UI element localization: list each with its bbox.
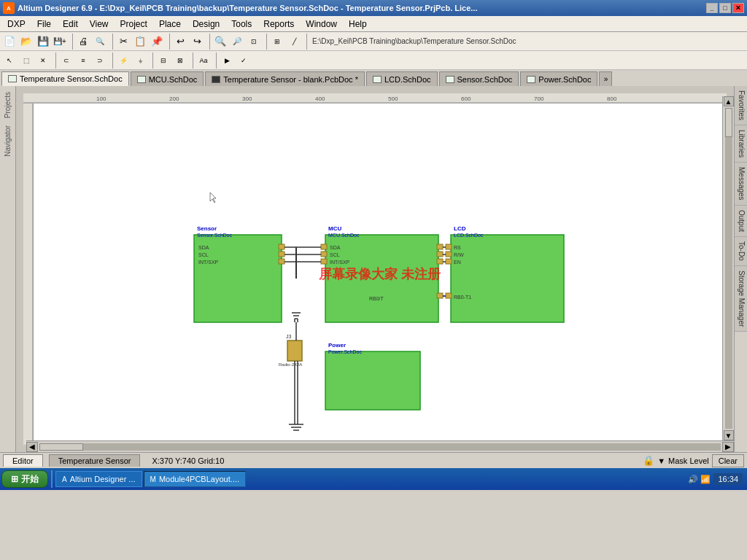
scroll-right[interactable]: ▶ bbox=[722, 442, 734, 452]
tb-copy[interactable]: 📋 bbox=[132, 34, 148, 50]
menu-dxp[interactable]: DXP bbox=[1, 16, 31, 31]
scroll-thumb-h[interactable] bbox=[39, 443, 83, 451]
menu-design[interactable]: Design bbox=[187, 16, 225, 31]
tb2-bus[interactable]: ≡ bbox=[75, 52, 91, 69]
tab-temperature-blank-pcbdoc[interactable]: Temperature Sensor - blank.PcbDoc * bbox=[205, 71, 365, 86]
tb-zoom-fit[interactable]: ⊡ bbox=[246, 34, 262, 50]
tb-paste[interactable]: 📌 bbox=[149, 34, 165, 50]
tab-icon-pcb bbox=[212, 76, 220, 83]
tb-undo[interactable]: ↩ bbox=[172, 34, 188, 50]
left-panel-navigator[interactable]: Navigator bbox=[2, 122, 13, 160]
scroll-thumb-v[interactable] bbox=[725, 108, 732, 137]
left-panel-projects[interactable]: Projects bbox=[2, 89, 13, 121]
menu-window[interactable]: Window bbox=[300, 16, 343, 31]
filter-icon: ▼ bbox=[657, 456, 665, 465]
tb-open[interactable]: 📂 bbox=[18, 34, 34, 50]
menu-edit[interactable]: Edit bbox=[57, 16, 84, 31]
tab-more-button[interactable]: » bbox=[599, 71, 612, 86]
v-scrollbar[interactable]: ▲ ▼ bbox=[722, 96, 734, 440]
tab-mcu-schdoc[interactable]: MCU.SchDoc bbox=[131, 71, 204, 86]
status-tab-temperature[interactable]: Temperature Sensor bbox=[49, 454, 141, 467]
tb2-deselect[interactable]: ⬚ bbox=[18, 52, 34, 69]
scroll-track-h[interactable] bbox=[39, 443, 721, 451]
tab-power-schdoc[interactable]: Power.SchDoc bbox=[520, 71, 597, 86]
status-tab-editor[interactable]: Editor bbox=[3, 454, 43, 467]
tb-zoom-in[interactable]: 🔍 bbox=[212, 34, 228, 50]
minimize-button[interactable]: _ bbox=[706, 3, 718, 13]
menu-tools[interactable]: Tools bbox=[225, 16, 258, 31]
tb-redo[interactable]: ↪ bbox=[189, 34, 205, 50]
tb-cut[interactable]: ✂ bbox=[115, 34, 131, 50]
tb2-compile[interactable]: ▶ bbox=[219, 52, 235, 69]
schematic-content[interactable]: Sensor Sensor.SchDoc SDA SCL INT/SXP MCU… bbox=[34, 104, 727, 445]
main-area: Projects Navigator 100 200 300 400 500 6… bbox=[0, 86, 747, 452]
title-bar-left: A Altium Designer 6.9 - E:\Dxp_Keil\PCB … bbox=[3, 2, 477, 14]
svg-text:Power: Power bbox=[328, 342, 346, 349]
svg-text:300: 300 bbox=[242, 96, 252, 102]
tab-sensor-schdoc[interactable]: Sensor.SchDoc bbox=[439, 71, 519, 86]
tb-sep2 bbox=[110, 34, 113, 50]
tb2-wire-mode[interactable]: ⊂ bbox=[58, 52, 74, 69]
tb2-check[interactable]: ✓ bbox=[236, 52, 252, 69]
right-panel-favorites[interactable]: Favorites bbox=[735, 86, 747, 125]
h-scrollbar[interactable]: ◀ ▶ bbox=[26, 440, 734, 452]
svg-text:LCD.SchDoc: LCD.SchDoc bbox=[454, 233, 484, 238]
taskbar-altium[interactable]: A Altium Designer ... bbox=[55, 471, 142, 487]
scroll-down[interactable]: ▼ bbox=[724, 430, 734, 440]
tab-icon-sch3 bbox=[373, 76, 382, 83]
tb2-annotate[interactable]: Aa bbox=[196, 52, 212, 69]
menu-view[interactable]: View bbox=[84, 16, 115, 31]
tb-new[interactable]: 📄 bbox=[1, 34, 18, 50]
tab-temperature-sensor-schdoc[interactable]: Temperature Sensor.SchDoc bbox=[1, 71, 129, 86]
tb2-distribute[interactable]: ⊠ bbox=[172, 52, 188, 69]
svg-text:SCL: SCL bbox=[198, 252, 209, 257]
altium-icon: A bbox=[62, 475, 67, 483]
svg-rect-54 bbox=[287, 341, 302, 361]
menu-reports[interactable]: Reports bbox=[258, 16, 300, 31]
menu-file[interactable]: File bbox=[31, 16, 57, 31]
tab-lcd-schdoc[interactable]: LCD.SchDoc bbox=[366, 71, 438, 86]
svg-text:SCL: SCL bbox=[330, 252, 340, 257]
tb2-gnd[interactable]: ⏚ bbox=[132, 52, 148, 69]
scroll-up[interactable]: ▲ bbox=[724, 96, 734, 106]
menu-help[interactable]: Help bbox=[343, 16, 373, 31]
close-button[interactable]: ✕ bbox=[732, 3, 744, 13]
tb-zoom-out[interactable]: 🔎 bbox=[229, 34, 245, 50]
tb-save[interactable]: 💾 bbox=[35, 34, 51, 50]
svg-text:SDA: SDA bbox=[198, 245, 209, 250]
svg-rect-19 bbox=[325, 235, 438, 322]
svg-text:EN: EN bbox=[454, 260, 461, 265]
scroll-left[interactable]: ◀ bbox=[26, 442, 38, 452]
svg-text:200: 200 bbox=[169, 96, 179, 102]
clear-button[interactable]: Clear bbox=[712, 454, 744, 467]
tb2-net[interactable]: ⊃ bbox=[92, 52, 108, 69]
tb-print-preview[interactable]: 🔍 bbox=[92, 34, 108, 50]
menu-project[interactable]: Project bbox=[115, 16, 153, 31]
right-panel-libraries[interactable]: Libraries bbox=[735, 125, 747, 163]
tb-print[interactable]: 🖨 bbox=[75, 34, 91, 50]
maximize-button[interactable]: □ bbox=[719, 3, 731, 13]
svg-rect-32 bbox=[437, 293, 443, 298]
tb2-align[interactable]: ⊟ bbox=[155, 52, 171, 69]
scroll-track-v[interactable] bbox=[725, 108, 732, 429]
module-icon: M bbox=[150, 475, 156, 483]
windows-logo: ⊞ bbox=[11, 474, 18, 484]
svg-text:600: 600 bbox=[461, 96, 471, 102]
start-button[interactable]: ⊞ 开始 bbox=[1, 470, 48, 488]
tb-wire[interactable]: ╱ bbox=[286, 34, 302, 50]
tb2-select[interactable]: ↖ bbox=[1, 52, 18, 69]
right-panel-todo[interactable]: To-Do bbox=[735, 237, 747, 266]
tb2-cross[interactable]: ✕ bbox=[35, 52, 51, 69]
svg-rect-24 bbox=[321, 259, 327, 264]
tb-save-all[interactable]: 💾+ bbox=[52, 34, 68, 50]
tb2-power[interactable]: ⚡ bbox=[115, 52, 131, 69]
right-panel-storage[interactable]: Storage Manager bbox=[735, 266, 747, 332]
right-panel-output[interactable]: Output bbox=[735, 206, 747, 237]
tb-component[interactable]: ⊞ bbox=[269, 34, 285, 50]
title-bar-controls: _ □ ✕ bbox=[706, 3, 744, 13]
menu-place[interactable]: Place bbox=[153, 16, 187, 31]
canvas-area[interactable]: 100 200 300 400 500 600 700 800 Sensor S… bbox=[16, 86, 734, 452]
tab-icon-sch5 bbox=[527, 76, 535, 83]
taskbar-module[interactable]: M Module4PCBLayout.... bbox=[144, 471, 246, 487]
right-panel-messages[interactable]: Messages bbox=[735, 163, 747, 206]
